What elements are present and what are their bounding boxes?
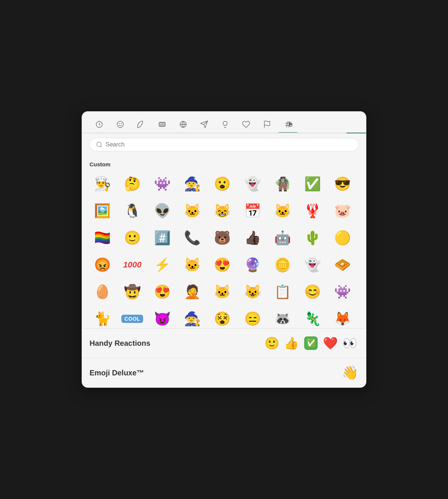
emoji-pig[interactable]: 🐷 [330,198,355,224]
check-emoji[interactable]: ✅ [304,336,318,350]
category-food[interactable] [152,116,172,133]
emoji-phone[interactable]: 📞 [180,225,205,251]
emoji-cactus[interactable]: 🌵 [300,225,326,251]
emoji-cool-badge[interactable]: COOL [119,306,145,328]
emoji-troll[interactable]: 🧌 [270,171,295,197]
emoji-cat2[interactable]: 🐱 [210,279,235,305]
emoji-homer[interactable]: 🤠 [119,279,145,305]
emoji-verified[interactable]: ✅ [300,171,326,197]
emoji-thinking[interactable]: 🤔 [119,171,145,197]
emoji-heart-eyes[interactable]: 😍 [210,252,235,278]
emoji-cat3[interactable]: 🐈 [90,306,115,328]
emoji-penguin[interactable]: 🐧 [119,198,145,224]
emoji-boxing[interactable]: 😡 [90,252,115,278]
emoji-waffle[interactable]: 🧇 [330,252,355,278]
category-objects[interactable] [215,116,235,133]
handy-reactions-section: Handy Reactions 🙂 👍 ✅ ❤️ 👀 [82,328,366,358]
emoji-sheet[interactable]: 📋 [270,279,295,305]
emoji-deluxe-label: Emoji Deluxe™ [90,369,337,377]
emoji-lobster[interactable]: 🦞 [300,198,326,224]
reaction-thumbsup[interactable]: 👍 [283,335,300,352]
emoji-frame[interactable]: 🖼️ [90,198,115,224]
emoji-round[interactable]: 🟡 [330,225,355,251]
emoji-thumbsup-dark[interactable]: 👍🏿 [240,225,265,251]
emoji-grin[interactable]: 😸 [210,198,235,224]
emoji-hearts[interactable]: 😍 [149,279,175,305]
custom-emoji-grid: 👨‍🍳 🤔 👾 🧙 😮 👻 🧌 ✅ 😎 🖼️ 🐧 👽 🐱 😸 📅 🐱 🦞 [90,171,358,328]
emoji-rainbow[interactable]: 🏳️‍🌈 [90,225,115,251]
category-flags[interactable] [257,116,277,133]
emoji-smiley2[interactable]: 😊 [300,279,326,305]
emoji-alien[interactable]: 👾 [149,171,175,197]
search-input[interactable] [106,141,352,148]
emoji-fox[interactable]: 🦊 [330,306,355,328]
category-recent[interactable] [90,116,109,133]
emoji-facepalm[interactable]: 🤦 [180,279,205,305]
emoji-raptor[interactable]: 🦎 [300,306,326,328]
emoji-mario[interactable]: 👾 [330,279,355,305]
cursor-icon: 🖱 [287,121,294,128]
custom-section-label: Custom [90,156,358,171]
emoji-raccoon[interactable]: 🦝 [270,306,295,328]
emoji-devil[interactable]: 😈 [149,306,175,328]
handy-reactions-emojis: 🙂 👍 ✅ ❤️ 👀 [263,335,358,352]
handy-reactions-label: Handy Reactions [90,339,259,348]
emoji-wizard2[interactable]: 🧙 [180,306,205,328]
emoji-scroll-area: Custom 👨‍🍳 🤔 👾 🧙 😮 👻 🧌 ✅ 😎 🖼️ 🐧 👽 🐱 😸 � [82,156,366,328]
emoji-lightning[interactable]: ⚡ [149,252,175,278]
category-nature[interactable] [131,116,151,133]
emoji-1000[interactable]: 1000 [119,252,145,278]
svg-point-15 [97,142,101,146]
emoji-slack[interactable]: #️⃣ [149,225,175,251]
emoji-chef[interactable]: 👨‍🍳 [90,171,115,197]
emoji-kitty[interactable]: 😺 [240,279,265,305]
main-content: Custom 👨‍🍳 🤔 👾 🧙 😮 👻 🧌 ✅ 😎 🖼️ 🐧 👽 🐱 😸 � [82,156,366,328]
svg-line-16 [100,146,102,147]
search-icon [96,141,103,148]
emoji-wizard[interactable]: 🧙 [180,171,205,197]
emoji-picker: 🖱 Custom 👨‍🍳 🤔 👾 🧙 😮 👻 [82,111,366,388]
svg-point-1 [117,121,124,128]
category-symbols[interactable] [236,116,256,133]
cool-text: COOL [121,315,143,323]
category-smileys[interactable] [111,116,130,133]
emoji-bear-tie[interactable]: 🐻 [210,225,235,251]
category-divider [82,133,366,133]
category-custom[interactable]: 🖱 [278,116,298,133]
reaction-check[interactable]: ✅ [302,335,320,352]
reaction-eyes[interactable]: 👀 [341,335,358,352]
emoji-deluxe-section: Emoji Deluxe™ 👋 [82,358,366,387]
emoji-bitcoin[interactable]: 🪙 [270,252,295,278]
emoji-bb8[interactable]: 🔮 [240,252,265,278]
emoji-ghost2[interactable]: 👻 [300,252,326,278]
reaction-smile[interactable]: 🙂 [263,335,281,352]
emoji-pikachu[interactable]: 🐱 [270,198,295,224]
emoji-c3po[interactable]: 🤖 [270,225,295,251]
category-activity[interactable] [173,116,193,133]
emoji-ghost[interactable]: 👻 [240,171,265,197]
emoji-cool-glasses[interactable]: 😎 [330,171,355,197]
emoji-surprised[interactable]: 😮 [210,171,235,197]
emoji-yellow-alien[interactable]: 👽 [149,198,175,224]
emoji-calendar[interactable]: 📅 [240,198,265,224]
reaction-heart[interactable]: ❤️ [322,335,339,352]
category-travel[interactable] [194,116,214,133]
category-bar: 🖱 [82,112,366,133]
active-category-line [346,133,366,133]
search-box [90,138,358,151]
emoji-neutral[interactable]: 😑 [240,306,265,328]
emoji-nyan[interactable]: 🐱 [180,252,205,278]
search-area [82,133,366,156]
deluxe-hand-icon[interactable]: 👋 [341,364,358,381]
emoji-cat-tie[interactable]: 🐱 [180,198,205,224]
emoji-egg[interactable]: 🥚 [90,279,115,305]
emoji-dizzy[interactable]: 😵 [210,306,235,328]
emoji-smile[interactable]: 🙂 [119,225,145,251]
